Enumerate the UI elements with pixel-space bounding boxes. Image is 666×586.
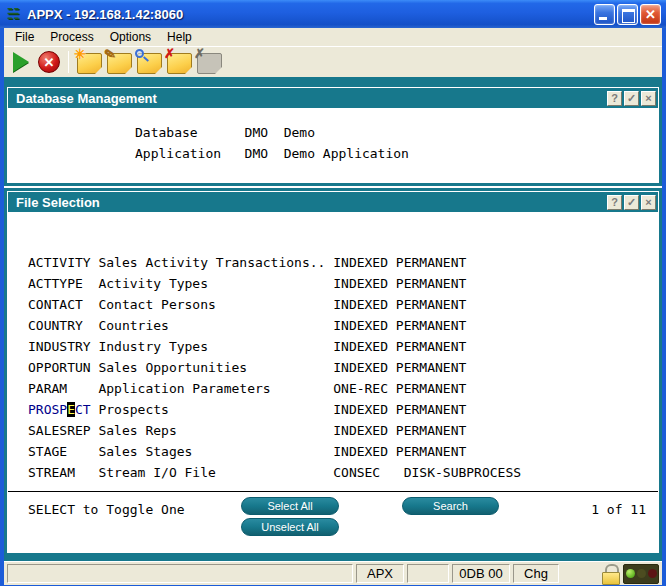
- file-selection-panel: File Selection ? ✓ × ACTIVITYSales Activ…: [4, 188, 662, 556]
- cancel-icon[interactable]: ✕: [38, 51, 60, 73]
- client-area: Database Management ? ✓ × Database DMO D…: [4, 77, 662, 561]
- database-code: DMO: [245, 122, 284, 143]
- file-row[interactable]: STREAMStream I/O FileCONSEC DISK-SUBPROC…: [28, 462, 659, 483]
- file-row[interactable]: INDUSTRYIndustry TypesINDEXED PERMANENT: [28, 336, 659, 357]
- toolbar: ✕ ✳ ✎ ✗ ✗: [4, 47, 662, 77]
- help-icon[interactable]: ?: [607, 195, 622, 210]
- edit-record-icon[interactable]: ✎: [107, 53, 132, 74]
- select-hint: SELECT to Toggle One: [28, 502, 185, 517]
- file-row[interactable]: COUNTRYCountriesINDEXED PERMANENT: [28, 315, 659, 336]
- file-row[interactable]: OPPORTUNSales OpportunitiesINDEXED PERMA…: [28, 357, 659, 378]
- database-management-panel: Database Management ? ✓ × Database DMO D…: [4, 84, 662, 186]
- maximize-button[interactable]: [617, 4, 638, 25]
- search-button[interactable]: Search: [402, 497, 499, 515]
- close-icon[interactable]: ×: [641, 195, 656, 210]
- application-desc: Demo Application: [284, 143, 409, 164]
- check-icon[interactable]: ✓: [624, 91, 639, 106]
- disabled-record-icon: ✗: [197, 53, 222, 74]
- application-code: DMO: [245, 143, 284, 164]
- database-label: Database: [135, 122, 245, 143]
- gray-x-icon: ✗: [194, 48, 205, 60]
- run-icon[interactable]: [13, 52, 29, 72]
- minimize-button[interactable]: [594, 4, 615, 25]
- file-selection-header: File Selection ? ✓ ×: [8, 192, 658, 212]
- application-field: Application DMO Demo Application: [135, 143, 659, 164]
- magnifier-icon: [135, 49, 144, 58]
- file-row[interactable]: STAGESales StagesINDEXED PERMANENT: [28, 441, 659, 462]
- menubar: File Process Options Help: [4, 28, 662, 47]
- toolbar-separator: [68, 51, 69, 73]
- unselect-all-button[interactable]: Unselect All: [241, 518, 339, 536]
- menu-options[interactable]: Options: [102, 29, 159, 45]
- add-record-icon[interactable]: ✳: [77, 53, 102, 74]
- titlebar: ☵ APPX - 192.168.1.42:8060: [0, 0, 666, 28]
- statusbar: APX 0DB 00 Chg: [4, 561, 662, 585]
- menu-help[interactable]: Help: [159, 29, 200, 45]
- file-selection-title: File Selection: [16, 195, 100, 210]
- lock-icon: [600, 564, 620, 584]
- database-management-header: Database Management ? ✓ ×: [8, 88, 658, 108]
- menu-file[interactable]: File: [7, 29, 42, 45]
- inquire-record-icon[interactable]: [137, 53, 162, 74]
- file-row[interactable]: SALESREPSales RepsINDEXED PERMANENT: [28, 420, 659, 441]
- amber-light-icon: [637, 569, 646, 578]
- database-management-body: Database DMO Demo Application DMO Demo A…: [7, 109, 659, 183]
- green-light-icon: [626, 569, 635, 578]
- record-position: 1 of 11: [591, 502, 646, 517]
- status-blank-cell: [407, 564, 449, 583]
- file-row[interactable]: PROSPECTProspectsINDEXED PERMANENT: [28, 399, 659, 420]
- application-label: Application: [135, 143, 245, 164]
- red-light-icon: [648, 569, 657, 578]
- status-message-cell: [7, 564, 353, 583]
- window-title: APPX - 192.168.1.42:8060: [27, 7, 594, 22]
- pencil-icon: ✎: [103, 47, 117, 61]
- database-management-title: Database Management: [16, 91, 157, 106]
- sparkle-icon: ✳: [74, 48, 86, 60]
- file-row[interactable]: CONTACTContact PersonsINDEXED PERMANENT: [28, 294, 659, 315]
- close-icon[interactable]: ×: [641, 91, 656, 106]
- check-icon[interactable]: ✓: [624, 195, 639, 210]
- file-row[interactable]: PARAMApplication ParametersONE-REC PERMA…: [28, 378, 659, 399]
- help-icon[interactable]: ?: [607, 91, 622, 106]
- delete-record-icon[interactable]: ✗: [167, 53, 192, 74]
- file-list: ACTIVITYSales Activity Transactions..IND…: [7, 213, 659, 491]
- teal-strip: [4, 77, 662, 84]
- status-db-cell: 0DB 00: [452, 564, 510, 583]
- connection-status-lights: [623, 564, 659, 584]
- file-row[interactable]: ACTIVITYSales Activity Transactions..IND…: [28, 252, 659, 273]
- file-row[interactable]: ACTTYPEActivity TypesINDEXED PERMANENT: [28, 273, 659, 294]
- menu-process[interactable]: Process: [42, 29, 101, 45]
- select-all-button[interactable]: Select All: [241, 497, 339, 515]
- delete-x-icon: ✗: [164, 48, 175, 60]
- database-desc: Demo: [284, 122, 315, 143]
- status-mode-cell: Chg: [513, 564, 559, 583]
- close-button[interactable]: [640, 4, 661, 25]
- text-cursor: E: [67, 402, 75, 417]
- database-field: Database DMO Demo: [135, 122, 659, 143]
- app-icon: ☵: [5, 6, 22, 22]
- status-apx-cell: APX: [356, 564, 404, 583]
- app-window: ☵ APPX - 192.168.1.42:8060 File Process …: [0, 0, 666, 586]
- file-selection-footer: SELECT to Toggle One Select All Unselect…: [8, 491, 658, 553]
